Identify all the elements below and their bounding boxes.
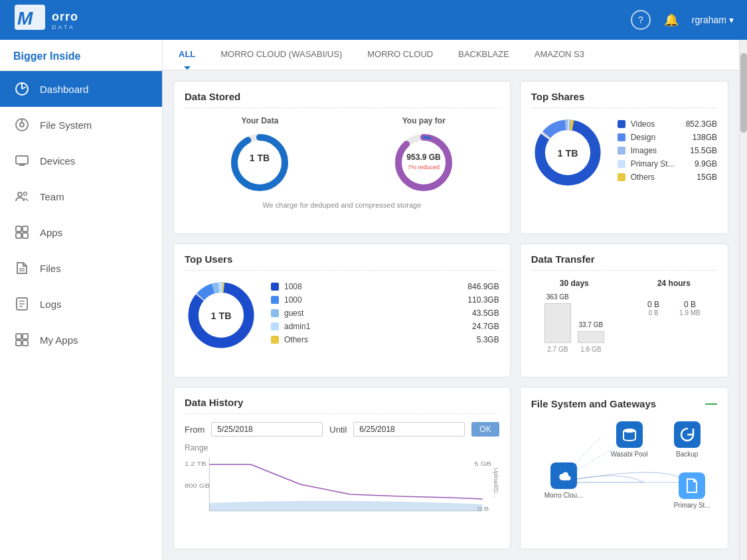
user-caret: ▾ — [729, 15, 734, 25]
data-stored-card: Data Stored Your Data 1 TB You pay for — [173, 81, 511, 234]
sidebar-item-filesystem[interactable]: File System — [0, 107, 162, 143]
upload-label: Upload/D... — [493, 468, 499, 498]
tab-morrocloud[interactable]: MORRO CLOUD — [365, 40, 436, 70]
legend-dot-design — [618, 133, 625, 141]
legend-name-others-shares: Others — [631, 173, 675, 182]
sidebar-item-devices[interactable]: Devices — [0, 143, 162, 178]
legend-others-shares: Others 15GB — [618, 173, 717, 182]
until-input[interactable] — [353, 422, 465, 437]
history-chart-wrap: 1.2 TB 800 GB 5 GB 0 B Upload/D... — [185, 458, 499, 524]
sidebar-item-dashboard[interactable]: Dashboard — [0, 71, 162, 107]
wasabipool-icon — [616, 421, 643, 448]
legend-dot-others-shares — [618, 173, 625, 181]
transfer-30days-label: 30 days — [560, 279, 589, 288]
legend-design: Design 138GB — [618, 133, 717, 142]
tab-all[interactable]: ALL — [176, 40, 198, 70]
scrollbar-thumb[interactable] — [740, 53, 747, 133]
legend-dot-admin1 — [271, 322, 279, 330]
legend-user-1000: 1000 110.3GB — [271, 295, 499, 305]
legend-dot-primaryst — [618, 160, 625, 168]
legend-name-1000: 1000 — [284, 295, 457, 305]
legend-user-1008: 1008 846.9GB — [271, 282, 499, 291]
legend-val-1000: 110.3GB — [463, 295, 499, 305]
data-transfer-body: 30 days 363 GB 2.7 GB 33.7 GB 1.8 GB — [531, 279, 717, 353]
tab-backblaze[interactable]: BACKBLAZE — [456, 40, 512, 70]
svg-rect-14 — [23, 226, 28, 232]
right-scrollbar[interactable] — [739, 40, 747, 560]
transfer-24hours: 24 hours 0 B 0 B 0 B 1.9 MB — [631, 279, 717, 353]
svg-point-31 — [398, 137, 449, 188]
morrocloud-icon — [550, 462, 577, 489]
legend-dot-images — [618, 147, 625, 155]
your-data-label: Your Data — [242, 116, 279, 125]
your-data-svg: 1 TB — [226, 129, 293, 196]
svg-text:0 B: 0 B — [477, 506, 489, 512]
legend-dot-1000 — [271, 296, 279, 304]
file-system-controls: — — [705, 397, 717, 411]
legend-name-design: Design — [631, 133, 675, 142]
tab-amazons3[interactable]: AMAZON S3 — [532, 40, 587, 70]
user-menu[interactable]: rgraham ▾ — [692, 15, 734, 25]
legend-name-user-others: Others — [284, 335, 457, 344]
fs-node-backup[interactable]: Backup — [674, 421, 701, 458]
wasabipool-label: Wasabi Pool — [611, 451, 648, 458]
legend-user-admin1: admin1 24.7GB — [271, 322, 499, 331]
sidebar-title: Bigger Inside — [0, 40, 162, 71]
sidebar-item-files[interactable]: Files — [0, 250, 162, 286]
legend-images: Images 15.5GB — [618, 146, 717, 155]
transfer-24-row1: 0 B 0 B 0 B 1.9 MB — [647, 300, 701, 316]
svg-text:M: M — [17, 8, 33, 29]
sidebar-label-filesystem: File System — [40, 119, 92, 131]
transfer-30days: 30 days 363 GB 2.7 GB 33.7 GB 1.8 GB — [531, 279, 618, 353]
sidebar-item-apps[interactable]: Apps — [0, 214, 162, 250]
top-users-body: 1 TB 1008 846.9GB 1000 110.3GB — [185, 279, 499, 352]
legend-val-user-others: 5.3GB — [463, 335, 499, 344]
tab-wasabi[interactable]: MORRO CLOUD (WASABI/US) — [218, 40, 345, 70]
files-icon — [13, 259, 31, 277]
bell-icon[interactable]: 🔔 — [664, 13, 679, 27]
sidebar-label-dashboard: Dashboard — [40, 84, 88, 95]
dashboard-icon — [13, 80, 31, 98]
sidebar-item-team[interactable]: Team — [0, 178, 162, 214]
legend-name-admin1: admin1 — [284, 322, 457, 331]
fs-minus-btn[interactable]: — — [705, 397, 717, 411]
backup-label: Backup — [676, 451, 698, 458]
svg-text:1 TB: 1 TB — [211, 310, 232, 320]
top-shares-svg: 1 TB — [531, 116, 604, 189]
sidebar: Bigger Inside Dashboard File Sy — [0, 40, 163, 560]
legend-name-videos: Videos — [631, 119, 675, 129]
svg-text:7% reduced: 7% reduced — [408, 164, 440, 171]
sidebar-label-logs: Logs — [40, 299, 62, 310]
data-stored-note: We charge for deduped and compressed sto… — [185, 201, 499, 209]
fs-node-primaryst[interactable]: Primary St... — [674, 472, 710, 509]
svg-point-11 — [18, 192, 22, 196]
backup-icon — [674, 421, 701, 448]
sidebar-label-files: Files — [40, 263, 61, 274]
top-users-card: Top Users 1 TB 1008 — [173, 244, 511, 378]
svg-point-57 — [623, 429, 635, 433]
file-system-title: File System and Gateways — [531, 398, 656, 409]
content: ALL MORRO CLOUD (WASABI/US) MORRO CLOUD … — [163, 40, 739, 560]
sidebar-item-myapps[interactable]: My Apps — [0, 322, 162, 358]
svg-text:5 GB: 5 GB — [474, 460, 491, 467]
bar-chart-30: 363 GB 2.7 GB 33.7 GB 1.8 GB — [544, 293, 604, 353]
legend-name-guest: guest — [284, 309, 457, 318]
transfer-24hours-label: 24 hours — [657, 279, 691, 288]
help-icon[interactable]: ? — [631, 10, 651, 30]
bar-download-top: 33.7 GB — [578, 321, 603, 328]
sidebar-label-team: Team — [40, 191, 64, 202]
bar-download-fill — [578, 331, 604, 343]
ok-button[interactable]: OK — [471, 422, 499, 437]
logo-name: orro — [52, 10, 78, 24]
legend-val-design: 138GB — [681, 133, 717, 142]
pay-for-svg: 953.9 GB 7% reduced — [390, 129, 457, 196]
history-range-label: Range — [185, 443, 499, 453]
bar-upload-fill — [544, 303, 571, 343]
fs-node-wasabipool[interactable]: Wasabi Pool — [611, 421, 648, 458]
bar-upload-bot: 2.7 GB — [547, 346, 568, 353]
sidebar-item-logs[interactable]: Logs — [0, 286, 162, 322]
transfer-24-up2-label: 1.9 MB — [679, 309, 701, 316]
from-input[interactable] — [211, 422, 323, 437]
svg-rect-23 — [16, 334, 21, 339]
fs-node-morrocloud[interactable]: Morro Clou... — [544, 462, 583, 499]
